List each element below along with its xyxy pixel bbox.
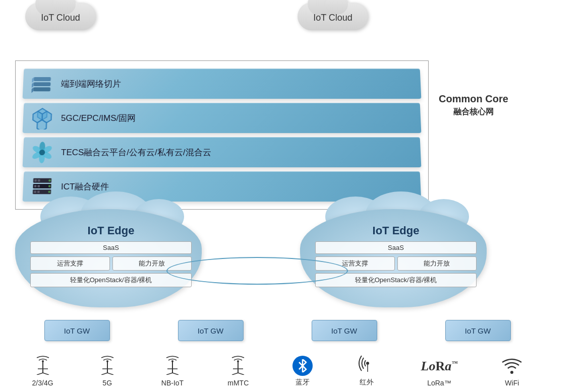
svg-line-50 [238, 373, 244, 375]
cloud-label-right: IoT Cloud [313, 13, 352, 23]
edge-title-right: IoT Edge [315, 224, 477, 237]
iot-gw-row: IoT GW IoT GW IoT GW IoT GW [10, 320, 545, 341]
edge-cell-1-left: 运营支撑 [30, 256, 110, 271]
wireless-label-2g3g4g: 2/3/4G [32, 379, 53, 387]
wireless-item-nbiot: NB-IoT [161, 354, 184, 387]
wireless-item-2g3g4g: 2/3/4G [32, 354, 53, 387]
main-diagram: IoT Cloud IoT Cloud [0, 0, 588, 392]
edge-saas-left: SaaS [30, 241, 192, 254]
svg-rect-25 [38, 179, 40, 181]
iot-gw-1: IoT GW [44, 320, 110, 341]
layer-text-4: ICT融合硬件 [61, 181, 109, 192]
layer-bar-3: TECS融合云平台/公有云/私有云/混合云 [23, 137, 422, 167]
wireless-item-mmtc: mMTC [227, 354, 249, 387]
svg-line-39 [101, 373, 107, 375]
tower-icon-2g3g4g [33, 354, 53, 377]
bluetooth-icon [292, 356, 313, 376]
tower-icon-mmtc [228, 354, 248, 377]
wireless-item-lora: LoRa™ LoRa™ [421, 356, 458, 387]
svg-rect-27 [34, 185, 37, 187]
svg-rect-30 [34, 190, 36, 193]
edge-cell-2-right: 能力开放 [397, 256, 477, 271]
wireless-label-bt: 蓝牙 [296, 378, 310, 387]
wireless-item-bluetooth: 蓝牙 [292, 356, 313, 387]
edge-row2-left: 轻量化OpenStack/容器/裸机 [30, 273, 192, 287]
ir-icon [357, 353, 377, 376]
edge-saas-right: SaaS [315, 241, 477, 254]
svg-line-44 [166, 373, 172, 375]
layer-bar-1: 端到端网络切片 [23, 69, 422, 99]
iot-gw-3: IoT GW [312, 320, 377, 341]
common-core-en: Common Core [439, 93, 508, 105]
svg-line-35 [43, 373, 49, 375]
svg-marker-3 [32, 77, 34, 83]
svg-rect-28 [37, 185, 40, 187]
svg-rect-31 [37, 190, 40, 193]
wireless-label-wifi: WiFi [505, 379, 519, 387]
layer-icon-3 [30, 142, 54, 162]
wireless-label-lora: LoRa™ [427, 379, 451, 387]
svg-line-34 [37, 373, 43, 375]
layer-icon-1 [30, 74, 54, 94]
common-core-label: Common Core 融合核心网 [439, 93, 508, 117]
iot-gw-2: IoT GW [178, 320, 244, 341]
svg-rect-1 [33, 82, 50, 86]
cloud-label-left: IoT Cloud [41, 13, 80, 23]
layer-bar-2: 5GC/EPC/IMS/固网 [23, 103, 422, 133]
wireless-item-ir: 红外 [357, 353, 377, 387]
layer-text-1: 端到端网络切片 [61, 78, 122, 90]
iot-edge-cloud-left: IoT Edge SaaS 运营支撑 能力开放 轻量化OpenStack/容器/… [15, 209, 207, 315]
wireless-item-5g: 5G [97, 354, 117, 387]
wireless-label-ir: 红外 [360, 378, 374, 387]
svg-rect-24 [34, 179, 37, 181]
svg-marker-4 [32, 82, 34, 88]
layer-text-3: TECS融合云平台/公有云/私有云/混合云 [61, 147, 211, 158]
svg-point-42 [106, 360, 108, 362]
cloud-left: IoT Cloud [25, 3, 96, 30]
tower-icon-nbiot [162, 354, 183, 377]
iot-gw-4: IoT GW [445, 320, 511, 341]
svg-line-45 [172, 373, 179, 375]
layer-text-2: 5GC/EPC/IMS/固网 [61, 112, 136, 124]
lora-icon: LoRa™ [421, 356, 458, 377]
layer-icon-2 [30, 108, 54, 128]
cloud-right: IoT Cloud [298, 3, 368, 30]
wireless-row: 2/3/4G 5G [10, 353, 545, 387]
svg-point-52 [237, 360, 239, 362]
tower-icon-5g [97, 354, 117, 377]
wifi-icon [501, 357, 522, 377]
svg-point-55 [510, 371, 513, 374]
svg-rect-2 [33, 87, 50, 91]
connection-ellipse [166, 257, 348, 285]
svg-line-40 [107, 373, 113, 375]
wireless-label-mmtc: mMTC [227, 379, 249, 387]
common-core-zh: 融合核心网 [439, 107, 508, 117]
common-core-box: 端到端网络切片 5GC/EPC/IMS/固网 [15, 60, 429, 210]
edge-title-left: IoT Edge [30, 224, 192, 237]
svg-point-37 [42, 360, 44, 362]
wireless-label-5g: 5G [102, 379, 112, 387]
layer-icon-4 [30, 176, 54, 197]
iot-cloud-shape-right: IoT Cloud [298, 3, 368, 30]
svg-rect-0 [34, 77, 51, 81]
iot-cloud-shape-left: IoT Cloud [25, 3, 96, 30]
wireless-label-nbiot: NB-IoT [161, 379, 184, 387]
svg-line-49 [232, 373, 238, 375]
svg-marker-5 [31, 87, 33, 93]
svg-point-53 [366, 362, 369, 365]
wireless-item-wifi: WiFi [501, 357, 522, 387]
svg-point-47 [171, 360, 173, 362]
